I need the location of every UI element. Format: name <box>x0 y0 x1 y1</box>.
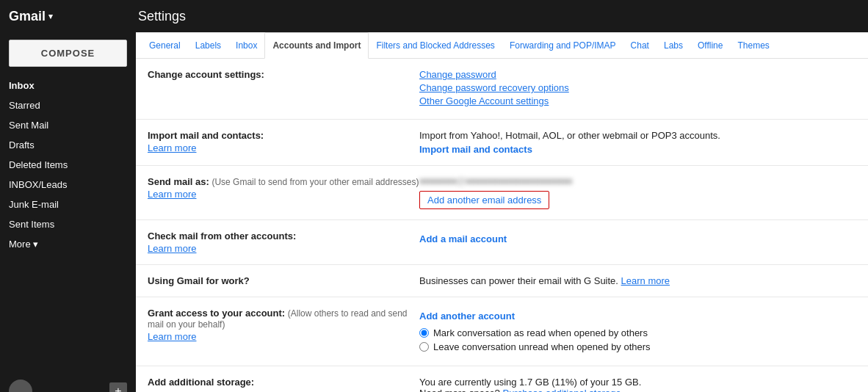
tab-accounts-import[interactable]: Accounts and Import <box>264 32 369 59</box>
tab-filters[interactable]: Filters and Blocked Addresses <box>369 33 502 58</box>
page-title: Settings <box>138 9 186 24</box>
label-title-check-mail: Check mail from other accounts: <box>148 231 296 242</box>
value-import-mail: Import from Yahoo!, Hotmail, AOL, or oth… <box>419 130 856 155</box>
sidebar: COMPOSE Inbox Starred Sent Mail Drafts D… <box>0 32 136 392</box>
row-check-mail: Check mail from other accounts: Learn mo… <box>136 220 868 265</box>
sidebar-item-sent-mail[interactable]: Sent Mail <box>0 115 136 135</box>
value-grant-access: Add another account Mark conversation as… <box>419 308 856 355</box>
sidebar-item-inbox-leads[interactable]: INBOX/Leads <box>0 175 136 195</box>
add-email-address-button[interactable]: Add another email address <box>419 191 549 209</box>
label-sub-send-mail: (Use Gmail to send from your other email… <box>211 177 419 187</box>
label-title-grant-access: Grant access to your account: <box>148 308 285 319</box>
sidebar-item-sent-items[interactable]: Sent Items <box>0 214 136 234</box>
gsuite-description: Businesses can power their email with G … <box>419 275 618 286</box>
add-mail-account-link[interactable]: Add a mail account <box>419 233 856 244</box>
gmail-name: Gmail <box>9 9 46 24</box>
value-change-account: Change password Change password recovery… <box>419 69 856 109</box>
label-title-send-mail: Send mail as: <box>148 176 209 187</box>
tab-general[interactable]: General <box>142 33 188 58</box>
conversation-radio-group: Mark conversation as read when opened by… <box>419 327 856 352</box>
import-learn-more-link[interactable]: Learn more <box>148 142 419 153</box>
row-import-mail: Import mail and contacts: Learn more Imp… <box>136 120 868 166</box>
label-add-storage: Add additional storage: <box>148 377 419 388</box>
row-change-account: Change account settings: Change password… <box>136 59 868 120</box>
value-gmail-work: Businesses can power their email with G … <box>419 275 856 286</box>
add-another-account-link[interactable]: Add another account <box>419 311 856 322</box>
gsuite-learn-more-link[interactable]: Learn more <box>621 275 670 286</box>
value-check-mail: Add a mail account <box>419 231 856 244</box>
label-send-mail-as: Send mail as: (Use Gmail to send from yo… <box>148 176 419 200</box>
label-gmail-work: Using Gmail for work? <box>148 275 419 286</box>
gmail-caret[interactable]: ▾ <box>48 12 53 21</box>
label-title-gmail-work: Using Gmail for work? <box>148 275 250 286</box>
radio-leave-unread-input[interactable] <box>419 342 429 352</box>
compose-button[interactable]: COMPOSE <box>9 40 127 67</box>
tab-themes[interactable]: Themes <box>730 33 776 58</box>
tab-labs[interactable]: Labs <box>657 33 690 58</box>
label-title-import: Import mail and contacts: <box>148 130 264 141</box>
label-title-change-account: Change account settings: <box>148 69 264 80</box>
sidebar-item-junk-email[interactable]: Junk E-mail <box>0 195 136 214</box>
radio-leave-unread-label: Leave conversation unread when opened by… <box>433 341 651 352</box>
change-recovery-link[interactable]: Change password recovery options <box>419 82 856 93</box>
radio-mark-read-input[interactable] <box>419 328 429 338</box>
change-password-link[interactable]: Change password <box>419 69 856 80</box>
row-add-storage: Add additional storage: You are currentl… <box>136 366 868 392</box>
storage-need-more: Need more space? <box>419 388 500 392</box>
main-layout: COMPOSE Inbox Starred Sent Mail Drafts D… <box>0 32 868 392</box>
row-grant-access: Grant access to your account: (Allow oth… <box>136 297 868 366</box>
main-content: General Labels Inbox Accounts and Import… <box>136 32 868 392</box>
value-add-storage: You are currently using 1.7 GB (11%) of … <box>419 377 856 392</box>
radio-leave-unread: Leave conversation unread when opened by… <box>419 341 856 352</box>
value-send-mail-as: ■■■■■■■@■■■■■■■■■■■■■■■■■■■■ Add another… <box>419 176 856 209</box>
sidebar-bottom: + <box>0 374 136 392</box>
label-check-mail: Check mail from other accounts: Learn mo… <box>148 231 419 254</box>
sidebar-item-deleted-items[interactable]: Deleted Items <box>0 155 136 175</box>
grant-access-learn-more-link[interactable]: Learn more <box>148 331 419 342</box>
tab-chat[interactable]: Chat <box>623 33 657 58</box>
email-address-blurred: ■■■■■■■@■■■■■■■■■■■■■■■■■■■■ <box>419 176 856 186</box>
storage-usage-text: You are currently using 1.7 GB (11%) of … <box>419 377 641 388</box>
add-account-button[interactable]: + <box>109 382 127 392</box>
avatar[interactable] <box>9 380 32 392</box>
settings-content: Change account settings: Change password… <box>136 59 868 392</box>
import-description: Import from Yahoo!, Hotmail, AOL, or oth… <box>419 130 720 141</box>
tab-labels[interactable]: Labels <box>188 33 228 58</box>
google-account-link[interactable]: Other Google Account settings <box>419 95 856 106</box>
label-title-add-storage: Add additional storage: <box>148 377 254 388</box>
topbar: Gmail ▾ Settings <box>0 0 868 32</box>
import-mail-contacts-link[interactable]: Import mail and contacts <box>419 144 856 155</box>
row-send-mail-as: Send mail as: (Use Gmail to send from yo… <box>136 166 868 220</box>
tab-inbox[interactable]: Inbox <box>228 33 264 58</box>
row-gmail-work: Using Gmail for work? Businesses can pow… <box>136 265 868 297</box>
purchase-storage-link[interactable]: Purchase additional storage <box>502 388 621 392</box>
tab-forwarding[interactable]: Forwarding and POP/IMAP <box>502 33 623 58</box>
radio-mark-read: Mark conversation as read when opened by… <box>419 327 856 338</box>
label-change-account: Change account settings: <box>148 69 419 80</box>
sidebar-item-more[interactable]: More ▾ <box>0 234 136 254</box>
sidebar-item-inbox[interactable]: Inbox <box>0 76 136 95</box>
send-mail-learn-more-link[interactable]: Learn more <box>148 189 419 200</box>
sidebar-item-starred[interactable]: Starred <box>0 95 136 115</box>
tab-offline[interactable]: Offline <box>690 33 730 58</box>
label-import-mail: Import mail and contacts: Learn more <box>148 130 419 153</box>
gmail-logo: Gmail ▾ <box>9 9 126 24</box>
radio-mark-read-label: Mark conversation as read when opened by… <box>433 327 648 338</box>
label-grant-access: Grant access to your account: (Allow oth… <box>148 308 419 342</box>
sidebar-item-drafts[interactable]: Drafts <box>0 135 136 155</box>
settings-tabs: General Labels Inbox Accounts and Import… <box>136 32 868 59</box>
check-mail-learn-more-link[interactable]: Learn more <box>148 243 419 254</box>
